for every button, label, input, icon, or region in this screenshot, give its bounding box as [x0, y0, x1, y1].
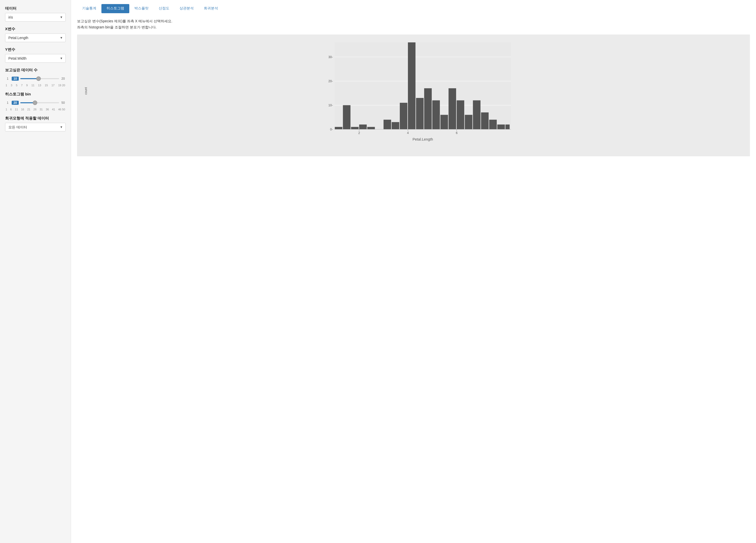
bin-label: 히스토그램 bin	[5, 92, 66, 97]
svg-rect-29	[506, 124, 510, 129]
svg-rect-20	[432, 100, 440, 129]
svg-rect-27	[489, 119, 497, 129]
data-count-section: 보고싶은 데이터 수 1 10 20 1 3 5 7 9 11 1	[5, 68, 66, 87]
regression-select[interactable]: 모든 데이터 훈련 데이터 테스트 데이터	[5, 123, 65, 131]
svg-rect-12	[359, 124, 367, 129]
x-var-select-wrapper: Sepal.Length Sepal.Width Petal.Length Pe…	[5, 33, 66, 42]
data-count-value-badge: 10	[12, 77, 19, 81]
tab-bar: 기술통계 히스토그램 박스플랏 산점도 상관분석 회귀분석	[77, 4, 750, 13]
svg-rect-13	[367, 127, 375, 129]
svg-rect-25	[473, 100, 480, 129]
y-var-section: Y변수 Sepal.Length Sepal.Width Petal.Lengt…	[5, 47, 66, 63]
svg-rect-11	[351, 127, 359, 129]
tab-correlation[interactable]: 상관분석	[174, 4, 199, 13]
svg-rect-21	[440, 115, 448, 129]
x-var-select[interactable]: Sepal.Length Sepal.Width Petal.Length Pe…	[5, 34, 65, 42]
data-count-ticks: 1 3 5 7 9 11 13 15 17 19 20	[5, 84, 66, 87]
svg-rect-24	[465, 115, 472, 129]
instructions: 보고싶은 변수(Species 제외)를 좌측 X 메뉴에서 선택하세요. 좌측…	[77, 18, 750, 30]
svg-rect-19	[424, 88, 432, 129]
y-var-select-wrapper: Sepal.Length Sepal.Width Petal.Length Pe…	[5, 54, 66, 63]
instruction-line2: 좌측의 histogram bin을 조절하면 분포가 변합니다.	[77, 24, 750, 30]
data-count-min: 1	[5, 77, 10, 80]
tab-boxplot[interactable]: 박스플랏	[129, 4, 154, 13]
dataset-section: 데이터 iris mtcars diamonds ▼	[5, 6, 66, 22]
svg-rect-28	[497, 124, 505, 129]
bin-section: 히스토그램 bin 1 20 50 1 6 11 16 21 26	[5, 92, 66, 111]
chart-area: count	[77, 34, 750, 156]
data-count-max: 20	[61, 77, 66, 80]
bin-ticks: 1 6 11 16 21 26 31 36 41 46 50	[5, 108, 66, 111]
dataset-select[interactable]: iris mtcars diamonds	[5, 13, 65, 21]
x-var-label: X변수	[5, 27, 66, 31]
svg-rect-18	[416, 98, 424, 129]
svg-text:20-: 20-	[328, 79, 333, 83]
sidebar: 데이터 iris mtcars diamonds ▼ X변수 Sepal.Len…	[0, 0, 71, 543]
svg-rect-17	[408, 42, 416, 129]
chart-inner: count	[92, 40, 745, 146]
data-count-slider-container	[20, 76, 59, 81]
svg-text:4: 4	[407, 131, 409, 135]
svg-text:30-: 30-	[328, 55, 333, 59]
data-count-track	[20, 78, 59, 79]
data-count-label: 보고싶은 데이터 수	[5, 68, 66, 73]
svg-text:2: 2	[358, 131, 360, 135]
svg-rect-15	[392, 122, 399, 129]
data-count-slider-row: 1 10 20	[5, 76, 66, 81]
regression-label: 회귀모형에 적용할 데이터	[5, 116, 66, 121]
tab-statistics[interactable]: 기술통계	[77, 4, 101, 13]
svg-text:0-: 0-	[330, 128, 333, 131]
tab-histogram[interactable]: 히스토그램	[101, 4, 129, 13]
bin-slider-row: 1 20 50	[5, 100, 66, 105]
y-var-select[interactable]: Sepal.Length Sepal.Width Petal.Length Pe…	[5, 54, 65, 62]
y-var-label: Y변수	[5, 47, 66, 52]
dataset-label: 데이터	[5, 6, 66, 11]
svg-text:6: 6	[456, 131, 458, 135]
svg-rect-10	[343, 105, 351, 129]
tab-scatter[interactable]: 산점도	[154, 4, 174, 13]
chart-wrapper: count	[77, 34, 750, 539]
svg-rect-22	[448, 88, 456, 129]
bin-slider-container	[20, 100, 59, 105]
bin-track	[20, 102, 59, 103]
bin-max: 50	[61, 101, 66, 104]
regression-section: 회귀모형에 적용할 데이터 모든 데이터 훈련 데이터 테스트 데이터 ▼	[5, 116, 66, 131]
svg-text:Petal.Length: Petal.Length	[412, 137, 433, 141]
svg-rect-9	[335, 127, 343, 129]
x-var-section: X변수 Sepal.Length Sepal.Width Petal.Lengt…	[5, 27, 66, 42]
bin-min: 1	[5, 101, 10, 104]
svg-text:10-: 10-	[328, 103, 333, 107]
dataset-select-wrapper: iris mtcars diamonds ▼	[5, 13, 66, 22]
data-count-fill	[20, 78, 39, 79]
tab-regression[interactable]: 회귀분석	[199, 4, 223, 13]
bin-value-badge: 20	[12, 101, 19, 105]
svg-rect-23	[457, 100, 464, 129]
svg-rect-16	[400, 103, 407, 129]
instruction-line1: 보고싶은 변수(Species 제외)를 좌측 X 메뉴에서 선택하세요.	[77, 18, 750, 24]
y-axis-label: count	[84, 87, 88, 94]
regression-select-wrapper: 모든 데이터 훈련 데이터 테스트 데이터 ▼	[5, 123, 66, 131]
data-count-thumb[interactable]	[36, 76, 41, 81]
svg-rect-26	[481, 112, 489, 129]
main-content: 기술통계 히스토그램 박스플랏 산점도 상관분석 회귀분석 보고싶은 변수(Sp…	[71, 0, 756, 543]
histogram-svg: 0- 10- 20- 30-	[92, 40, 745, 146]
svg-rect-14	[384, 119, 391, 129]
bin-thumb[interactable]	[33, 100, 37, 105]
